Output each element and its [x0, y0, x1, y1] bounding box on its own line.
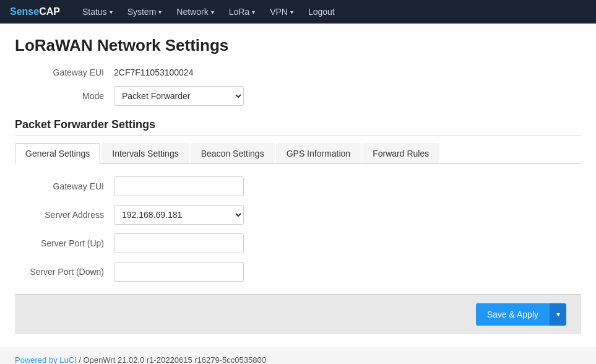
- gateway-eui-row: Gateway EUI 2CF7F11053100024: [15, 67, 581, 77]
- mode-select[interactable]: Packet Forwarder Basic Station Single Ch…: [114, 86, 244, 106]
- brand-sense: Sense: [10, 6, 39, 17]
- tab-beacon-settings[interactable]: Beacon Settings: [191, 143, 275, 163]
- tabs-bar: General Settings Intervals Settings Beac…: [15, 143, 581, 164]
- form-server-port-down-label: Server Port (Down): [15, 267, 114, 277]
- form-gateway-eui-label: Gateway EUI: [15, 181, 114, 191]
- tab-forward-rules[interactable]: Forward Rules: [362, 143, 439, 163]
- brand-logo: SenseCAP: [10, 6, 60, 17]
- gateway-eui-label: Gateway EUI: [15, 67, 114, 77]
- mode-row: Mode Packet Forwarder Basic Station Sing…: [15, 86, 581, 106]
- nav-status[interactable]: Status ▾: [75, 0, 120, 24]
- footer-bar: Save & Apply ▾: [15, 294, 581, 334]
- caret-icon: ▾: [252, 9, 255, 15]
- form-server-address-label: Server Address: [15, 210, 114, 220]
- form-server-port-down-row: Server Port (Down) 1700: [15, 262, 581, 282]
- form-server-address-select[interactable]: 192.168.69.181: [114, 205, 244, 225]
- nav-network[interactable]: Network ▾: [169, 0, 221, 24]
- nav-lora[interactable]: LoRa ▾: [222, 0, 262, 24]
- save-apply-group: Save & Apply ▾: [476, 303, 566, 326]
- tab-intervals-settings[interactable]: Intervals Settings: [101, 143, 189, 163]
- section-title: Packet Forwarder Settings: [15, 118, 581, 136]
- tab-general-settings[interactable]: General Settings: [15, 143, 100, 164]
- caret-icon: ▾: [110, 9, 113, 15]
- save-apply-button[interactable]: Save & Apply: [476, 303, 550, 326]
- brand-cap: CAP: [39, 6, 60, 17]
- caret-icon: ▾: [211, 9, 214, 15]
- page-footer: Powered by LuCI / OpenWrt 21.02.0 r1-202…: [0, 347, 596, 364]
- form-server-port-up-label: Server Port (Up): [15, 238, 114, 248]
- nav-logout[interactable]: Logout: [301, 0, 342, 24]
- gateway-eui-static-value: 2CF7F11053100024: [114, 67, 193, 77]
- luci-link[interactable]: Powered by LuCI: [15, 355, 77, 364]
- page-title: LoRaWAN Network Settings: [15, 36, 581, 55]
- save-apply-dropdown-button[interactable]: ▾: [550, 303, 566, 326]
- dropdown-arrow-icon: ▾: [556, 310, 560, 319]
- tab-gps-information[interactable]: GPS Information: [276, 143, 361, 163]
- form-server-address-row: Server Address 192.168.69.181: [15, 205, 581, 225]
- form-server-port-up-input[interactable]: 1700: [114, 233, 244, 253]
- caret-icon: ▾: [290, 9, 293, 15]
- nav-vpn[interactable]: VPN ▾: [262, 0, 301, 24]
- mode-label: Mode: [15, 91, 114, 101]
- navbar: SenseCAP Status ▾ System ▾ Network ▾ LoR…: [0, 0, 596, 24]
- form-server-port-down-input[interactable]: 1700: [114, 262, 244, 282]
- form-server-port-up-row: Server Port (Up) 1700: [15, 233, 581, 253]
- form-gateway-eui-row: Gateway EUI 2CF7F11053100024: [15, 176, 581, 196]
- footer-info: / OpenWrt 21.02.0 r1-20220615 r16279-5cc…: [77, 355, 266, 364]
- form-gateway-eui-input[interactable]: 2CF7F11053100024: [114, 176, 244, 196]
- nav-system[interactable]: System ▾: [120, 0, 170, 24]
- main-content: LoRaWAN Network Settings Gateway EUI 2CF…: [0, 24, 596, 347]
- caret-icon: ▾: [158, 9, 162, 15]
